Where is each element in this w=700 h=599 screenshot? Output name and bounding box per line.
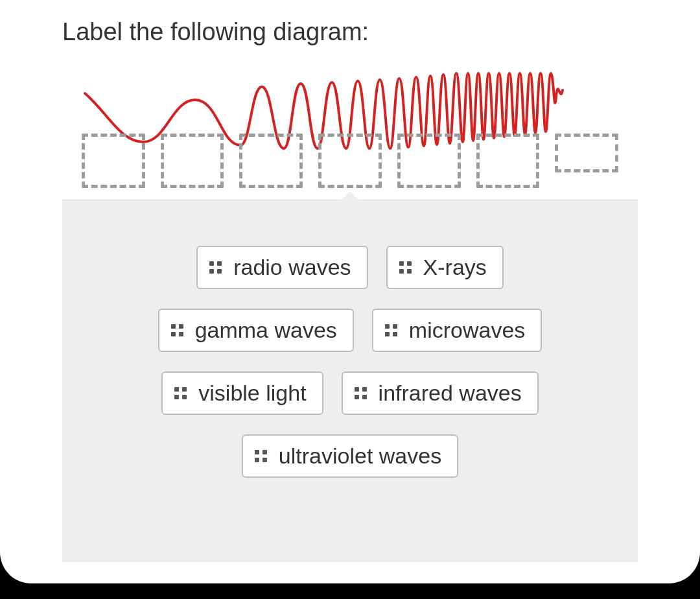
drag-handle-icon [385,324,397,336]
activity-stage: radio waves X-rays gamma waves microwave… [62,64,638,562]
question-card: Label the following diagram: radio waves [0,0,700,583]
answer-bank: radio waves X-rays gamma waves microwave… [62,200,638,562]
chip-ultraviolet-waves[interactable]: ultraviolet waves [242,434,458,478]
dropzone-3[interactable] [239,134,303,188]
chip-label: ultraviolet waves [279,443,441,469]
drag-handle-icon [171,324,183,336]
chip-label: X-rays [423,255,487,280]
bank-row-1: radio waves X-rays [88,246,612,289]
drag-handle-icon [209,261,222,274]
drag-handle-icon [355,387,367,399]
dropzone-2[interactable] [161,134,224,188]
chip-label: infrared waves [379,381,522,406]
dropzone-row [82,134,618,188]
chip-radio-waves[interactable]: radio waves [196,246,368,289]
drag-handle-icon [255,450,267,462]
chip-visible-light[interactable]: visible light [161,371,323,415]
chip-microwaves[interactable]: microwaves [372,309,542,352]
bank-row-2: gamma waves microwaves [88,309,612,352]
chip-label: gamma waves [195,318,337,343]
dropzone-6[interactable] [476,134,540,188]
chip-label: radio waves [233,255,351,280]
chip-label: microwaves [409,318,525,343]
dropzone-4[interactable] [318,134,382,188]
bank-row-4: ultraviolet waves [88,434,612,478]
question-prompt: Label the following diagram: [0,18,700,64]
dropzone-7[interactable] [555,134,618,172]
chip-label: visible light [198,381,306,406]
chip-infrared-waves[interactable]: infrared waves [342,371,539,415]
drag-handle-icon [399,261,412,274]
diagram-area [62,64,638,200]
drag-handle-icon [174,387,187,399]
dropzone-5[interactable] [397,134,461,188]
chip-gamma-waves[interactable]: gamma waves [158,309,354,352]
bank-row-3: visible light infrared waves [88,371,612,415]
chip-x-rays[interactable]: X-rays [386,246,504,289]
dropzone-1[interactable] [82,134,145,188]
